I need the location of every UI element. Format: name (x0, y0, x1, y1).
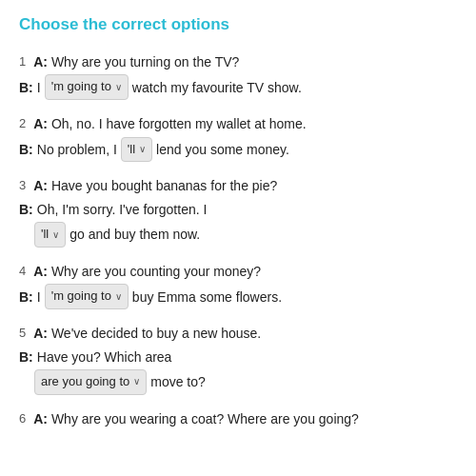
q1-post: watch my favourite TV show. (132, 77, 302, 98)
q1-pre: I (37, 77, 41, 98)
q3-dropdown[interactable]: 'll ∨ (34, 222, 66, 248)
q1-number: 1 (19, 52, 26, 72)
q2-pre: No problem, I (37, 139, 117, 160)
q3-number: 3 (19, 176, 26, 196)
q2-post: lend you some money. (156, 139, 289, 160)
q1-speaker-b: B: (19, 77, 33, 98)
q3-post: go and buy them now. (69, 224, 200, 245)
question-5: 5 A: We've decided to buy a new house. B… (19, 323, 457, 395)
q4-post: buy Emma some flowers. (132, 287, 282, 307)
question-4: 4 A: Why are you counting your money? B:… (19, 261, 457, 309)
q6-dialog-a: A: Why are you wearing a coat? Where are… (33, 408, 359, 429)
q1-dropdown[interactable]: 'm going to ∨ (45, 74, 129, 100)
questions-container: 1 A: Why are you turning on the TV? B: I… (19, 51, 457, 429)
page-title: Choose the correct options (19, 15, 457, 34)
q2-speaker-b: B: (19, 139, 33, 160)
q4-number: 4 (19, 262, 26, 282)
q5-post: move to? (150, 371, 206, 392)
q3-speaker-b: B: (19, 199, 33, 220)
q5-speaker-b: B: (19, 347, 33, 367)
q5-pre: Have you? Which area (37, 347, 172, 367)
q5-dropdown[interactable]: are you going to ∨ (34, 369, 147, 395)
q2-dialog-a: A: Oh, no. I have forgotten my wallet at… (33, 113, 306, 134)
q4-speaker-b: B: (19, 287, 33, 307)
question-2: 2 A: Oh, no. I have forgotten my wallet … (19, 113, 457, 162)
question-6: 6 A: Why are you wearing a coat? Where a… (19, 408, 457, 429)
q4-dropdown[interactable]: 'm going to ∨ (45, 284, 129, 309)
q3-dialog-a: A: Have you bought bananas for the pie? (33, 175, 277, 196)
q5-dialog-a: A: We've decided to buy a new house. (33, 323, 261, 344)
q2-number: 2 (19, 114, 26, 134)
q1-dialog-a: A: Why are you turning on the TV? (33, 51, 239, 72)
question-1: 1 A: Why are you turning on the TV? B: I… (19, 51, 457, 100)
q6-number: 6 (19, 409, 26, 429)
q5-number: 5 (19, 324, 26, 344)
q4-dialog-a: A: Why are you counting your money? (33, 261, 261, 282)
q2-dropdown[interactable]: 'll ∨ (121, 137, 152, 163)
q4-pre: I (37, 287, 41, 307)
q3-pre: Oh, I'm sorry. I've forgotten. I (37, 199, 208, 220)
question-3: 3 A: Have you bought bananas for the pie… (19, 175, 457, 248)
